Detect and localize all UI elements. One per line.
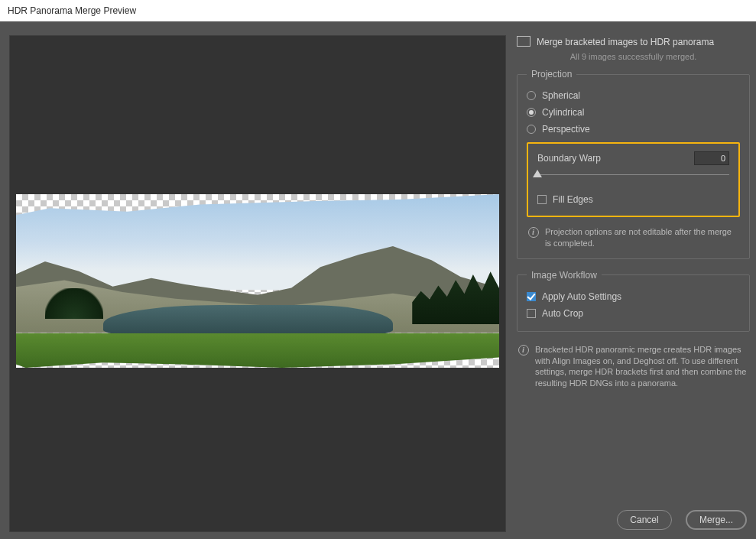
projection-option-label: Cylindrical bbox=[542, 107, 584, 118]
merge-status-text: All 9 images successfully merged. bbox=[517, 50, 750, 69]
info-icon bbox=[528, 227, 539, 238]
workflow-legend: Image Workflow bbox=[527, 270, 602, 281]
boundary-warp-value-input[interactable] bbox=[694, 151, 729, 165]
workflow-note-text: Bracketed HDR panoramic merge creates HD… bbox=[535, 344, 748, 389]
slider-thumb-icon bbox=[533, 170, 542, 177]
image-stack-icon bbox=[518, 37, 530, 47]
projection-note: Projection options are not editable afte… bbox=[527, 225, 740, 249]
checkbox-icon bbox=[537, 195, 547, 204]
merge-button[interactable]: Merge... bbox=[686, 510, 747, 530]
projection-option-label: Spherical bbox=[542, 90, 580, 101]
fill-edges-label: Fill Edges bbox=[553, 194, 593, 205]
apply-auto-settings-checkbox[interactable]: Apply Auto Settings bbox=[527, 288, 740, 305]
window-title: HDR Panorama Merge Preview bbox=[0, 0, 756, 21]
projection-spherical-radio[interactable]: Spherical bbox=[527, 87, 740, 104]
projection-legend: Projection bbox=[527, 69, 576, 80]
apply-auto-settings-label: Apply Auto Settings bbox=[542, 291, 621, 302]
merge-header-text: Merge bracketed images to HDR panorama bbox=[537, 37, 714, 47]
merge-header: Merge bracketed images to HDR panorama bbox=[517, 35, 750, 50]
radio-icon bbox=[527, 125, 536, 134]
image-workflow-group: Image Workflow Apply Auto Settings Auto … bbox=[517, 270, 750, 332]
dialog-footer: Cancel Merge... bbox=[617, 510, 747, 530]
checkbox-icon bbox=[527, 292, 536, 301]
boundary-warp-label: Boundary Warp bbox=[537, 153, 601, 164]
panorama-preview-image bbox=[16, 194, 499, 368]
projection-option-label: Perspective bbox=[542, 124, 590, 135]
transparency-checker bbox=[16, 194, 499, 368]
auto-crop-checkbox[interactable]: Auto Crop bbox=[527, 305, 740, 322]
projection-note-text: Projection options are not editable afte… bbox=[545, 226, 738, 249]
projection-perspective-radio[interactable]: Perspective bbox=[527, 121, 740, 138]
checkbox-icon bbox=[527, 309, 536, 318]
preview-pane bbox=[9, 35, 506, 532]
projection-group: Projection Spherical Cylindrical Perspec… bbox=[517, 69, 750, 259]
boundary-warp-highlight: Boundary Warp Fill Edges bbox=[527, 142, 740, 217]
settings-panel: Merge bracketed images to HDR panorama A… bbox=[517, 35, 750, 389]
dialog-body: Merge bracketed images to HDR panorama A… bbox=[0, 21, 756, 539]
boundary-warp-slider[interactable] bbox=[537, 170, 729, 180]
auto-crop-label: Auto Crop bbox=[542, 308, 583, 319]
workflow-note: Bracketed HDR panoramic merge creates HD… bbox=[517, 343, 750, 389]
radio-icon bbox=[527, 91, 536, 100]
fill-edges-checkbox[interactable]: Fill Edges bbox=[537, 191, 729, 208]
info-icon bbox=[518, 345, 529, 356]
cancel-button[interactable]: Cancel bbox=[617, 510, 672, 530]
radio-icon bbox=[527, 108, 536, 117]
projection-cylindrical-radio[interactable]: Cylindrical bbox=[527, 104, 740, 121]
